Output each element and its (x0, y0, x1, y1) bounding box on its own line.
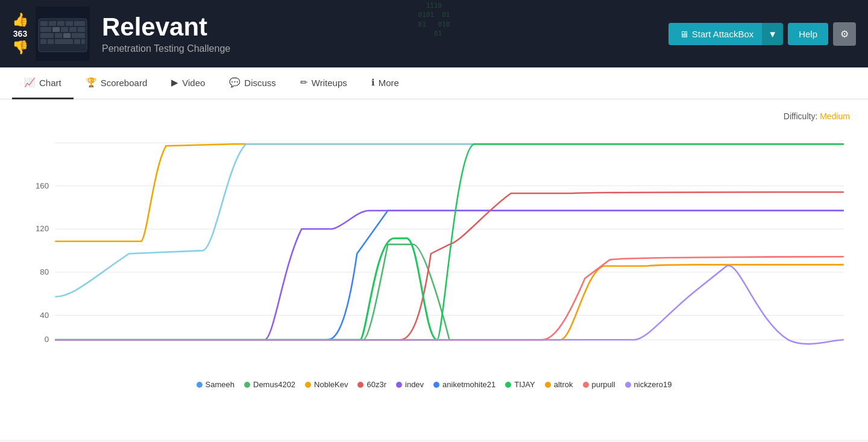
legend-color-dot (625, 382, 631, 388)
svg-rect-12 (40, 33, 54, 38)
legend-color-dot (357, 382, 363, 388)
header-title-section: Relevant Penetration Testing Challenge (102, 13, 668, 54)
legend-color-dot (583, 382, 589, 388)
tab-chart-label: Chart (39, 78, 61, 88)
legend-color-dot (433, 382, 439, 388)
svg-text:120: 120 (36, 224, 49, 233)
tab-scoreboard[interactable]: 🏆 Scoreboard (74, 67, 160, 99)
svg-rect-15 (72, 33, 85, 38)
page-header: 👍 363 👎 Relevant (0, 0, 868, 67)
tab-scoreboard-label: Scoreboard (101, 78, 148, 88)
info-icon: ℹ (371, 77, 375, 88)
legend-item: indev (396, 380, 424, 389)
trophy-icon: 🏆 (86, 77, 97, 88)
legend-color-dot (396, 382, 402, 388)
legend-name: nickzero19 (634, 380, 672, 389)
legend-item: nickzero19 (625, 380, 672, 389)
legend-item: TIJAY (505, 380, 535, 389)
attack-box-wrapper: 🖥 Start AttackBox ▼ (668, 23, 783, 45)
legend-name: altrok (554, 380, 573, 389)
start-attackbox-button[interactable]: 🖥 Start AttackBox (668, 23, 765, 45)
legend-color-dot (505, 382, 511, 388)
legend-color-dot (197, 382, 203, 388)
legend-name: purpull (592, 380, 615, 389)
svg-text:0: 0 (45, 335, 49, 344)
legend-name: NobleKev (314, 380, 348, 389)
legend-name: Sameeh (206, 380, 234, 389)
chart-container: 0 40 80 120 160 (18, 127, 850, 370)
tab-writeups[interactable]: ✏ Writeups (288, 67, 359, 99)
svg-text:80: 80 (40, 267, 49, 276)
main-content: Difficulty: Medium 0 40 80 120 160 (0, 99, 868, 440)
thumbs-down-icon[interactable]: 👎 (12, 41, 28, 54)
vote-count: 363 (13, 29, 27, 39)
attackbox-label: Start AttackBox (692, 29, 754, 39)
gear-icon: ⚙ (840, 29, 849, 39)
svg-rect-11 (78, 27, 85, 32)
legend-item: NobleKev (305, 380, 348, 389)
svg-rect-5 (66, 21, 73, 26)
svg-rect-13 (55, 33, 62, 38)
help-label: Help (799, 29, 817, 39)
svg-text:160: 160 (36, 181, 49, 190)
tab-more-label: More (379, 78, 399, 88)
challenge-thumbnail (36, 7, 90, 61)
svg-rect-10 (69, 27, 77, 32)
svg-rect-2 (40, 21, 48, 26)
svg-rect-20 (81, 39, 85, 44)
svg-rect-14 (63, 33, 71, 38)
svg-rect-8 (52, 27, 60, 32)
svg-rect-7 (40, 27, 51, 32)
tab-video[interactable]: ▶ Video (159, 67, 217, 99)
monitor-icon: 🖥 (679, 29, 688, 39)
tabs-bar: 📈 Chart 🏆 Scoreboard ▶ Video 💬 Discuss ✏… (0, 67, 868, 99)
svg-rect-16 (40, 39, 46, 44)
svg-rect-18 (55, 39, 73, 44)
chat-icon: 💬 (229, 77, 241, 88)
attackbox-dropdown-button[interactable]: ▼ (762, 23, 783, 45)
pen-icon: ✏ (300, 77, 308, 88)
difficulty-label: Difficulty: (784, 111, 818, 121)
chart-icon: 📈 (24, 77, 36, 88)
header-actions: 🖥 Start AttackBox ▼ Help ⚙ (668, 22, 856, 46)
challenge-subtitle: Penetration Testing Challenge (102, 43, 668, 54)
chart-legend: SameehDemus4202NobleKev60z3rindevaniketm… (18, 380, 850, 389)
legend-name: indev (405, 380, 424, 389)
legend-item: 60z3r (357, 380, 386, 389)
help-button[interactable]: Help (788, 23, 828, 45)
tab-chart[interactable]: 📈 Chart (12, 67, 74, 99)
legend-item: purpull (583, 380, 615, 389)
svg-rect-6 (74, 21, 85, 26)
vote-section: 👍 363 👎 (12, 13, 28, 54)
svg-rect-9 (61, 27, 68, 32)
thumbs-up-icon[interactable]: 👍 (12, 13, 28, 26)
legend-name: TIJAY (514, 380, 535, 389)
tab-writeups-label: Writeups (312, 78, 347, 88)
tab-video-label: Video (182, 78, 205, 88)
legend-item: Demus4202 (244, 380, 295, 389)
legend-item: aniketmohite21 (433, 380, 495, 389)
tab-discuss-label: Discuss (244, 78, 276, 88)
difficulty-value: Medium (820, 111, 850, 121)
tab-discuss[interactable]: 💬 Discuss (217, 67, 288, 99)
legend-name: 60z3r (366, 380, 386, 389)
svg-rect-4 (57, 21, 64, 26)
challenge-title: Relevant (102, 13, 668, 41)
legend-name: aniketmohite21 (442, 380, 495, 389)
legend-color-dot (305, 382, 311, 388)
legend-color-dot (545, 382, 551, 388)
settings-button[interactable]: ⚙ (833, 22, 856, 46)
legend-name: Demus4202 (253, 380, 295, 389)
legend-item: Sameeh (197, 380, 234, 389)
difficulty-line: Difficulty: Medium (18, 111, 850, 121)
svg-text:40: 40 (40, 311, 49, 320)
svg-rect-19 (74, 39, 80, 44)
legend-color-dot (244, 382, 250, 388)
tab-more[interactable]: ℹ More (359, 67, 411, 99)
legend-item: altrok (545, 380, 573, 389)
score-chart: 0 40 80 120 160 (18, 127, 850, 368)
play-icon: ▶ (171, 77, 178, 88)
svg-rect-17 (48, 39, 54, 44)
svg-rect-3 (49, 21, 56, 26)
